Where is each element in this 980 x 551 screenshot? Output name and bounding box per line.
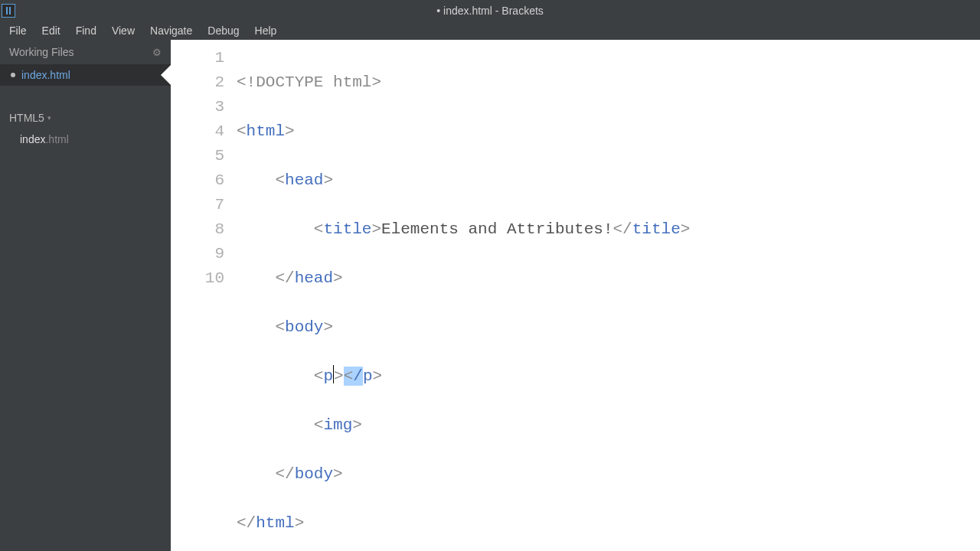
menu-help[interactable]: Help: [247, 22, 285, 39]
code-editor[interactable]: 1 2 3 4 5 6 7 8 9 10 <!DOCTYPE html> <ht…: [171, 40, 980, 551]
menu-find[interactable]: Find: [68, 22, 104, 39]
project-folder-header[interactable]: HTML5 ▾: [0, 107, 171, 129]
main-area: Working Files ⚙ index.html HTML5 ▾ index…: [0, 40, 980, 551]
menu-debug[interactable]: Debug: [200, 22, 247, 39]
menu-file[interactable]: File: [2, 22, 34, 39]
gear-icon[interactable]: ⚙: [152, 47, 162, 58]
tree-file-item[interactable]: index.html: [0, 129, 171, 150]
chevron-down-icon: ▾: [47, 114, 51, 122]
app-icon: [2, 4, 15, 18]
working-file-name: index.html: [21, 69, 70, 81]
menu-bar: File Edit Find View Navigate Debug Help: [0, 21, 980, 40]
working-file-item[interactable]: index.html: [0, 64, 171, 86]
project-folder-name: HTML5: [9, 112, 44, 124]
window-titlebar: •index.html - Brackets: [0, 0, 980, 21]
working-files-header[interactable]: Working Files ⚙: [0, 40, 171, 64]
menu-navigate[interactable]: Navigate: [142, 22, 200, 39]
sidebar: Working Files ⚙ index.html HTML5 ▾ index…: [0, 40, 171, 551]
code-content[interactable]: <!DOCTYPE html> <html> <head> <title>Ele…: [237, 40, 980, 551]
menu-view[interactable]: View: [104, 22, 142, 39]
window-title: •index.html - Brackets: [436, 5, 544, 17]
menu-edit[interactable]: Edit: [34, 22, 68, 39]
dirty-indicator-icon: [11, 73, 15, 77]
line-number-gutter: 1 2 3 4 5 6 7 8 9 10: [171, 40, 237, 551]
working-files-label: Working Files: [9, 46, 74, 58]
